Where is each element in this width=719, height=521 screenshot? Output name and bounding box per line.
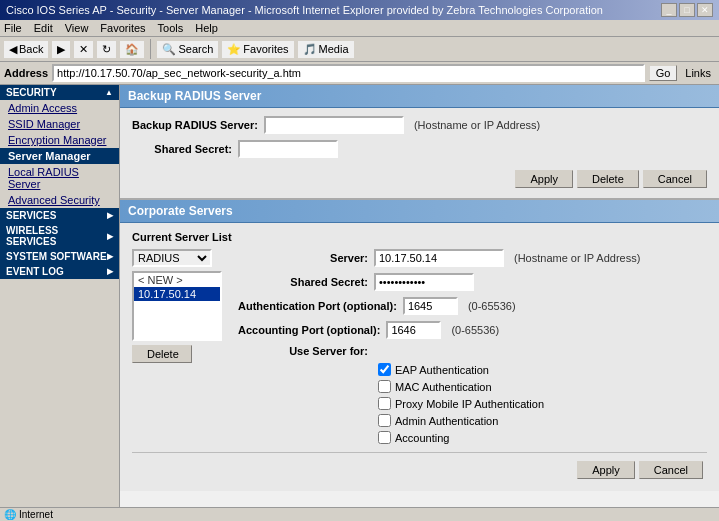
acct-port-hint: (0-65536): [451, 324, 499, 336]
menu-favorites[interactable]: Favorites: [100, 22, 145, 34]
internet-status: 🌐 Internet: [4, 509, 53, 520]
list-panel: RADIUS TACACS < NEW > 10.17.50.14 Delete: [132, 249, 222, 448]
internet-icon: 🌐: [4, 509, 16, 520]
server-detail-label: Server:: [238, 252, 368, 264]
backup-server-input[interactable]: [264, 116, 404, 134]
acct-port-row: Accounting Port (optional): (0-65536): [238, 321, 707, 339]
backup-section-header: Backup RADIUS Server: [120, 85, 719, 108]
backup-server-label: Backup RADIUS Server:: [132, 119, 258, 131]
security-arrow-icon: ▲: [105, 88, 113, 97]
menu-help[interactable]: Help: [195, 22, 218, 34]
menu-file[interactable]: File: [4, 22, 22, 34]
sidebar-item-server-manager[interactable]: Server Manager: [0, 148, 119, 164]
go-button[interactable]: Go: [649, 65, 678, 81]
menu-edit[interactable]: Edit: [34, 22, 53, 34]
auth-port-row: Authentication Port (optional): (0-65536…: [238, 297, 707, 315]
backup-secret-label: Shared Secret:: [132, 143, 232, 155]
sidebar-section-system-software[interactable]: SYSTEM SOFTWARE ▶: [0, 249, 119, 264]
links-button[interactable]: Links: [681, 66, 715, 80]
backup-section-content: Backup RADIUS Server: (Hostname or IP Ad…: [120, 108, 719, 200]
sidebar-item-encryption-manager[interactable]: Encryption Manager: [0, 132, 119, 148]
secret-detail-input[interactable]: [374, 273, 474, 291]
backup-apply-button[interactable]: Apply: [515, 170, 573, 188]
proxy-mobile-checkbox[interactable]: [378, 397, 391, 410]
listbox-server-item[interactable]: 10.17.50.14: [134, 287, 220, 301]
search-button[interactable]: 🔍 Search: [157, 41, 218, 58]
refresh-button[interactable]: ↻: [97, 41, 116, 58]
corp-button-row: Apply Cancel: [132, 452, 707, 483]
minimize-button[interactable]: _: [661, 3, 677, 17]
menu-view[interactable]: View: [65, 22, 89, 34]
address-bar: Address Go Links: [0, 62, 719, 85]
corporate-section-header: Corporate Servers: [120, 200, 719, 223]
current-server-list-label: Current Server List: [132, 231, 707, 243]
mac-auth-row: MAC Authentication: [378, 380, 707, 393]
mac-auth-checkbox[interactable]: [378, 380, 391, 393]
toolbar-separator: [150, 39, 151, 59]
sidebar-section-event-log[interactable]: EVENT LOG ▶: [0, 264, 119, 279]
accounting-label: Accounting: [395, 432, 449, 444]
menu-tools[interactable]: Tools: [158, 22, 184, 34]
auth-port-label: Authentication Port (optional):: [238, 300, 397, 312]
favorites-button[interactable]: ⭐ Favorites: [222, 41, 293, 58]
acct-port-input[interactable]: [386, 321, 441, 339]
eap-auth-label: EAP Authentication: [395, 364, 489, 376]
listbox-new-item[interactable]: < NEW >: [134, 273, 220, 287]
admin-auth-checkbox[interactable]: [378, 414, 391, 427]
system-arrow-icon: ▶: [107, 252, 113, 261]
window-title: Cisco IOS Series AP - Security - Server …: [6, 4, 603, 16]
forward-button[interactable]: ▶: [52, 41, 70, 58]
title-bar: Cisco IOS Series AP - Security - Server …: [0, 0, 719, 20]
media-button[interactable]: 🎵 Media: [298, 41, 354, 58]
acct-port-label: Accounting Port (optional):: [238, 324, 380, 336]
menu-bar: File Edit View Favorites Tools Help: [0, 20, 719, 37]
address-label: Address: [4, 67, 48, 79]
stop-button[interactable]: ✕: [74, 41, 93, 58]
backup-server-row: Backup RADIUS Server: (Hostname or IP Ad…: [132, 116, 707, 134]
corp-apply-button[interactable]: Apply: [577, 461, 635, 479]
home-button[interactable]: 🏠: [120, 41, 144, 58]
main-container: SECURITY ▲ Admin Access SSID Manager Enc…: [0, 85, 719, 521]
server-details: Server: (Hostname or IP Address) Shared …: [238, 249, 707, 448]
title-controls[interactable]: _ □ ✕: [661, 3, 713, 17]
admin-auth-label: Admin Authentication: [395, 415, 498, 427]
secret-detail-label: Shared Secret:: [238, 276, 368, 288]
backup-secret-row: Shared Secret:: [132, 140, 707, 158]
sidebar-item-admin-access[interactable]: Admin Access: [0, 100, 119, 116]
status-text: Internet: [19, 509, 53, 520]
content-area: Backup RADIUS Server Backup RADIUS Serve…: [120, 85, 719, 521]
server-listbox[interactable]: < NEW > 10.17.50.14: [132, 271, 222, 341]
back-button[interactable]: ◀ Back: [4, 41, 48, 58]
sidebar-section-security: SECURITY ▲: [0, 85, 119, 100]
sidebar-section-services[interactable]: SERVICES ▶: [0, 208, 119, 223]
address-input[interactable]: [52, 64, 645, 82]
accounting-row: Accounting: [378, 431, 707, 444]
corp-cancel-button[interactable]: Cancel: [639, 461, 703, 479]
backup-secret-input[interactable]: [238, 140, 338, 158]
server-list-area: RADIUS TACACS < NEW > 10.17.50.14 Delete…: [132, 249, 707, 448]
server-detail-input[interactable]: [374, 249, 504, 267]
eventlog-arrow-icon: ▶: [107, 267, 113, 276]
backup-delete-button[interactable]: Delete: [577, 170, 639, 188]
auth-port-input[interactable]: [403, 297, 458, 315]
corporate-section-content: Current Server List RADIUS TACACS < NEW …: [120, 223, 719, 491]
maximize-button[interactable]: □: [679, 3, 695, 17]
sidebar-item-ssid-manager[interactable]: SSID Manager: [0, 116, 119, 132]
accounting-checkbox[interactable]: [378, 431, 391, 444]
backup-cancel-button[interactable]: Cancel: [643, 170, 707, 188]
sidebar-item-local-radius[interactable]: Local RADIUS Server: [0, 164, 119, 192]
server-field-row: Server: (Hostname or IP Address): [238, 249, 707, 267]
eap-auth-row: EAP Authentication: [378, 363, 707, 376]
auth-port-hint: (0-65536): [468, 300, 516, 312]
sidebar: SECURITY ▲ Admin Access SSID Manager Enc…: [0, 85, 120, 521]
server-type-dropdown[interactable]: RADIUS TACACS: [132, 249, 212, 267]
mac-auth-label: MAC Authentication: [395, 381, 492, 393]
sidebar-item-advanced-security[interactable]: Advanced Security: [0, 192, 119, 208]
use-server-row: Use Server for:: [238, 345, 707, 357]
eap-auth-checkbox[interactable]: [378, 363, 391, 376]
sidebar-section-wireless[interactable]: WIRELESS SERVICES ▶: [0, 223, 119, 249]
backup-button-row: Apply Delete Cancel: [132, 164, 707, 190]
services-arrow-icon: ▶: [107, 211, 113, 220]
corp-delete-button[interactable]: Delete: [132, 345, 192, 363]
close-button[interactable]: ✕: [697, 3, 713, 17]
